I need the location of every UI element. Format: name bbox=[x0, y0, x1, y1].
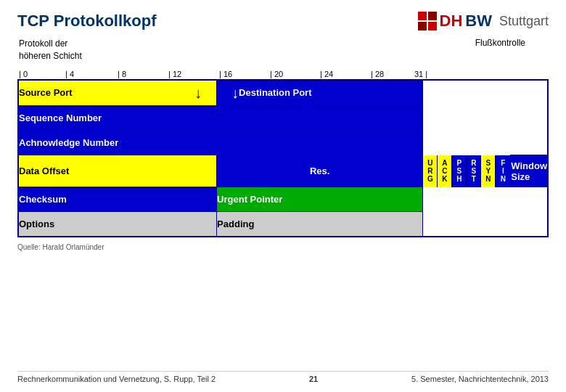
cell-res: Res. bbox=[217, 155, 423, 187]
logo-sq4 bbox=[428, 22, 437, 30]
rst-s: S bbox=[471, 167, 476, 175]
psh-p: P bbox=[456, 159, 462, 167]
flag-ack: A C K bbox=[438, 155, 452, 187]
cell-checksum: Checksum bbox=[18, 187, 217, 212]
logo-area: DH BW Stuttgart bbox=[418, 12, 549, 30]
logo-city-text: Stuttgart bbox=[499, 14, 549, 29]
rst-t: T bbox=[472, 175, 476, 183]
protocol-label-line1: Protokoll der bbox=[19, 38, 82, 50]
logo-sq1 bbox=[418, 12, 427, 20]
cell-dest-port: ↓ Destination Port bbox=[217, 80, 423, 106]
urg-u: U bbox=[427, 159, 432, 167]
tick-28: | 28 bbox=[371, 70, 384, 78]
footer-course: Rechnerkommunikation und Vernetzung, S. … bbox=[17, 375, 216, 383]
cell-options: Options bbox=[18, 212, 217, 237]
flow-label: Flußkontrolle bbox=[475, 38, 525, 48]
tick-4: | 4 bbox=[65, 70, 74, 78]
tcp-table: Source Port ↓ ↓ Destination Port Sequenc… bbox=[17, 79, 549, 237]
fin-i: I bbox=[502, 167, 504, 175]
flags-group: U R G A C K P S H R bbox=[423, 155, 510, 187]
ack-k: K bbox=[442, 175, 447, 183]
urg-r: R bbox=[427, 167, 432, 175]
cell-source-port: Source Port ↓ bbox=[18, 80, 217, 106]
flag-urg: U R G bbox=[423, 155, 438, 187]
footer-bottom: Rechnerkommunikation und Vernetzung, S. … bbox=[17, 371, 549, 383]
cell-seq-number: Sequence Number bbox=[18, 106, 423, 131]
tick-31: 31 | bbox=[414, 70, 427, 78]
tick-16: | 16 bbox=[219, 70, 232, 78]
header: TCP Protokollkopf DH BW Stuttgart bbox=[17, 12, 549, 30]
cell-urgent: Urgent Pointer bbox=[217, 187, 423, 212]
dhbw-logo: DH BW bbox=[418, 12, 492, 30]
cell-data-offset: Data Offset bbox=[18, 155, 217, 187]
arrow-down-icon: ↓ bbox=[194, 84, 202, 101]
psh-h: H bbox=[456, 175, 462, 183]
syn-y: Y bbox=[485, 167, 491, 175]
tick-12: | 12 bbox=[168, 70, 181, 78]
footer-semester: 5. Semester, Nachrichtentechnik, 2013 bbox=[411, 375, 549, 383]
flag-rst: R S T bbox=[467, 155, 481, 187]
logo-sq2 bbox=[428, 12, 437, 20]
rst-r: R bbox=[471, 159, 476, 167]
row-ports: Source Port ↓ ↓ Destination Port bbox=[18, 80, 548, 106]
flag-fin: F I N bbox=[496, 155, 510, 187]
flag-syn: S Y N bbox=[481, 155, 496, 187]
ack-c: C bbox=[442, 167, 447, 175]
logo-bw-text: BW bbox=[465, 12, 492, 30]
row-check: Checksum Urgent Pointer bbox=[18, 187, 548, 212]
ack-a: A bbox=[442, 159, 447, 167]
fin-n: N bbox=[501, 175, 506, 183]
flag-psh: P S H bbox=[452, 155, 467, 187]
cell-window-size: Window Size bbox=[511, 155, 548, 187]
page-title: TCP Protokollkopf bbox=[17, 12, 157, 30]
row-seq: Sequence Number bbox=[18, 106, 548, 131]
source-port-label: Source Port bbox=[19, 87, 73, 98]
dest-port-label: Destination Port bbox=[239, 87, 311, 98]
fin-f: F bbox=[501, 159, 505, 167]
footer-page: 21 bbox=[309, 375, 318, 383]
syn-s: S bbox=[485, 159, 491, 167]
protocol-label: Protokoll der höheren Schicht bbox=[19, 38, 82, 62]
tick-24: | 24 bbox=[320, 70, 333, 78]
cell-ack-number: Achnowledge Number bbox=[18, 131, 423, 155]
ruler: | 0 | 4 | 8 | 12 | 16 | 20 | 24 | 28 31 … bbox=[17, 64, 549, 77]
arrow-dest-icon: ↓ bbox=[231, 84, 239, 101]
cell-padding: Padding bbox=[217, 212, 423, 237]
logo-dh-text: DH bbox=[440, 12, 463, 30]
tick-0: | 0 bbox=[19, 70, 28, 78]
logo-sq3 bbox=[418, 22, 427, 30]
footer-source: Quelle: Harald Orlamünder bbox=[17, 243, 549, 251]
row-ack: Achnowledge Number bbox=[18, 131, 548, 155]
urg-g: G bbox=[427, 175, 433, 183]
tick-20: | 20 bbox=[270, 70, 283, 78]
logo-squares-icon bbox=[418, 12, 437, 30]
flags-container: U R G A C K P S H R bbox=[423, 155, 511, 187]
tick-8: | 8 bbox=[118, 70, 126, 78]
row-data: Data Offset Res. U R G A C K P bbox=[18, 155, 548, 187]
psh-s: S bbox=[456, 167, 462, 175]
protocol-label-line2: höheren Schicht bbox=[19, 50, 82, 62]
row-options: Options Padding bbox=[18, 212, 548, 237]
syn-n: N bbox=[485, 175, 491, 183]
info-row: Protokoll der höheren Schicht Flußkontro… bbox=[17, 38, 549, 62]
